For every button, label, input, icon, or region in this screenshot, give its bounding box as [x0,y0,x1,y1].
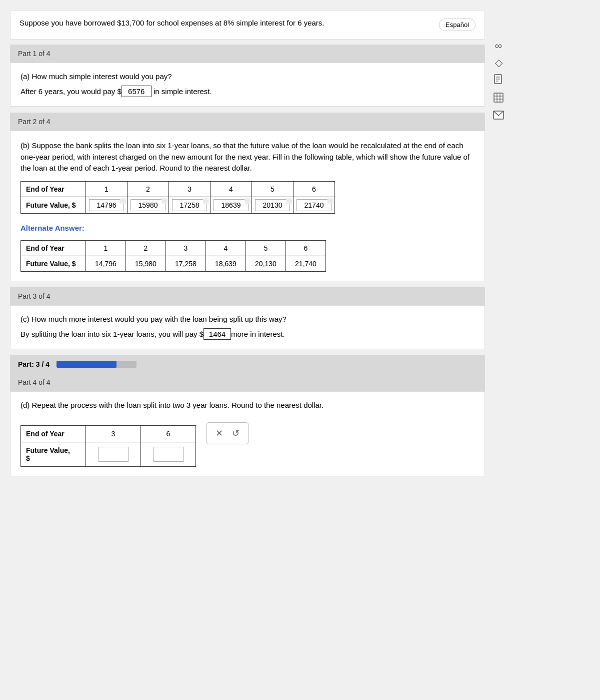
fv-input-4[interactable] [214,199,248,211]
part3-body: (c) How much more interest would you pay… [10,305,485,349]
alt-val-2: 15,980 [126,256,166,271]
alternate-label: Alternate Answer: [20,224,474,232]
dots-badge-1: ··· [120,198,126,204]
part4-input-6[interactable] [154,447,184,462]
alt-fv-header: Future Value, $ [21,256,86,271]
table-icon[interactable] [491,92,506,106]
col-5: 5 [252,181,294,197]
notepad-icon[interactable] [491,74,506,87]
part2-block: Part 2 of 4 (b) Suppose the bank splits … [10,113,485,281]
table-fv-header: Future Value, $ [21,197,86,213]
alt-col-6: 6 [286,240,326,256]
diamond-icon[interactable]: ◇ [491,57,506,69]
alt-eoy-header: End of Year [21,240,86,256]
part4-val-3 [86,442,141,466]
part1-suffix-text: in simple interest. [154,87,212,96]
dots-badge-3: ··· [203,198,209,204]
alt-row-header: End of Year 1 2 3 4 5 6 [21,240,326,256]
progress-section: Part: 3 / 4 [10,355,485,373]
part4-body: (d) Repeat the process with the loan spl… [10,391,485,476]
part4-col-3: 3 [86,425,141,442]
part1-body: (a) How much simple interest would you p… [10,63,485,107]
col-4: 4 [210,181,252,197]
progress-bar-inner [56,361,116,368]
fv-input-1[interactable] [89,199,124,211]
part4-content-row: End of Year 3 6 Future Value,$ [20,417,474,467]
part3-answer-input[interactable] [204,328,231,340]
table-row-values: Future Value, $ ··· ··· ·· [21,197,335,213]
progress-bar-outer [56,361,136,368]
part3-header: Part 3 of 4 [10,287,485,305]
progress-label: Part: 3 / 4 [18,360,50,368]
envelope-icon[interactable] [491,111,506,122]
clear-undo-box: ✕ ↺ [206,422,249,444]
part4-col-6: 6 [141,425,196,442]
alternate-answer: Alternate Answer: End of Year 1 2 3 4 5 … [20,224,474,272]
alt-table: End of Year 1 2 3 4 5 6 Future Value, $ … [20,240,326,272]
part4-block: Part 4 of 4 (d) Repeat the process with … [10,373,485,476]
svg-rect-4 [494,93,503,102]
alt-col-3: 3 [166,240,206,256]
alt-val-5: 20,130 [246,256,286,271]
espanol-button[interactable]: Español [439,19,476,31]
fv-input-6[interactable] [296,199,332,211]
part4-fv-header: Future Value,$ [21,442,86,466]
part4-eoy-header: End of Year [21,425,86,442]
part4-table: End of Year 3 6 Future Value,$ [20,425,196,467]
alt-row-values: Future Value, $ 14,796 15,980 17,258 18,… [21,256,326,271]
fv-input-5[interactable] [255,199,290,211]
alt-col-5: 5 [246,240,286,256]
part1-block: Part 1 of 4 (a) How much simple interest… [10,45,485,107]
alt-col-4: 4 [206,240,246,256]
part4-header: Part 4 of 4 [10,373,485,391]
dots-badge-6: ··· [328,198,334,204]
dots-badge-2: ··· [162,198,168,204]
page-wrapper: Suppose you have borrowed $13,700 for sc… [10,10,590,482]
alt-col-2: 2 [126,240,166,256]
alt-col-1: 1 [86,240,126,256]
part3-suffix: more in interest. [231,330,285,338]
col-1: 1 [86,181,128,197]
part1-header: Part 1 of 4 [10,45,485,63]
part4-val-6 [141,442,196,466]
fv-cell-5: ··· [252,197,294,213]
part3-block: Part 3 of 4 (c) How much more interest w… [10,287,485,349]
part4-row-values: Future Value,$ [21,442,196,466]
part4-description: (d) Repeat the process with the loan spl… [20,401,474,409]
part4-row-header: End of Year 3 6 [21,425,196,442]
fv-input-2[interactable] [130,199,166,211]
part2-header: Part 2 of 4 [10,113,485,131]
fv-cell-2: ··· [128,197,169,213]
part1-answer: After 6 years, you would pay $ in simple… [20,86,474,97]
fv-cell-6: ··· [294,197,335,213]
clear-button[interactable]: ✕ [216,428,223,439]
part3-answer: By splitting the loan into six 1-year lo… [20,328,474,340]
part1-question: (a) How much simple interest would you p… [20,72,474,81]
alt-val-1: 14,796 [86,256,126,271]
part3-question: (c) How much more interest would you pay… [20,315,474,323]
fv-input-3[interactable] [172,199,207,211]
part2-body: (b) Suppose the bank splits the loan int… [10,131,485,281]
col-6: 6 [294,181,335,197]
main-content: Suppose you have borrowed $13,700 for sc… [10,10,485,482]
part1-answer-input[interactable] [122,86,152,97]
col-2: 2 [128,181,169,197]
infinity-icon[interactable]: ∞ [491,40,506,52]
part1-answer-prefix: After 6 years, you would pay $ [20,87,122,96]
alt-val-6: 21,740 [286,256,326,271]
right-sidebar: ∞ ◇ [491,10,506,482]
undo-button[interactable]: ↺ [232,428,240,439]
table-eoy-header: End of Year [21,181,86,197]
alt-val-3: 17,258 [166,256,206,271]
fv-cell-3: ··· [169,197,210,213]
part3-prefix: By splitting the loan into six 1-year lo… [20,330,204,338]
dots-badge-5: ··· [286,198,292,204]
dots-badge-4: ··· [244,198,250,204]
question-header: Suppose you have borrowed $13,700 for sc… [10,10,485,40]
fv-cell-1: ··· [86,197,128,213]
part2-description: (b) Suppose the bank splits the loan int… [20,140,474,174]
fv-cell-4: ··· [210,197,252,213]
part2-input-table: End of Year 1 2 3 4 5 6 Future Value, $ [20,181,335,214]
part4-input-3[interactable] [98,447,128,462]
col-3: 3 [169,181,210,197]
